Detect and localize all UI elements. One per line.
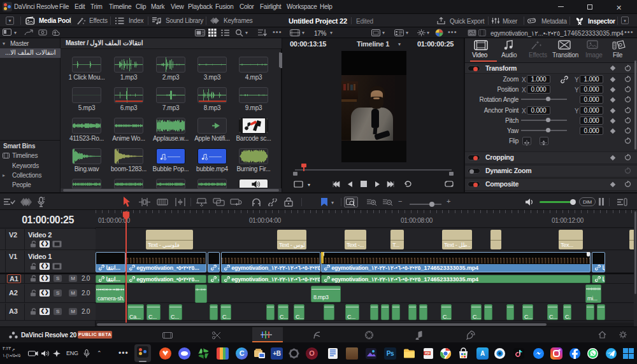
svg-text:PDF: PDF xyxy=(425,352,431,355)
